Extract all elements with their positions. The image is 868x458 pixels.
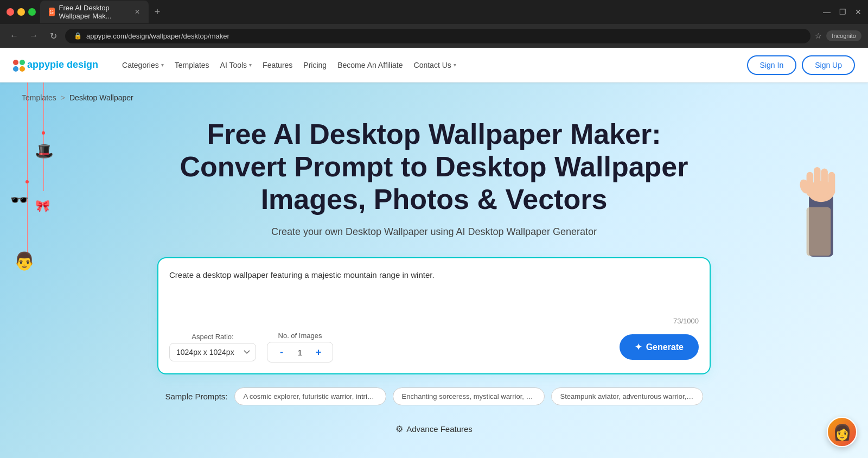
site-navbar: appypie design Categories ▾ Templates AI… xyxy=(0,48,868,82)
browser-tab-bar: G Free AI Desktop Wallpaper Mak... ✕ + xyxy=(40,1,819,23)
nav-features[interactable]: Features xyxy=(263,61,292,69)
advance-features-button[interactable]: ⚙ Advance Features xyxy=(395,424,473,434)
forward-button[interactable]: → xyxy=(26,28,41,43)
hand-illustration xyxy=(760,126,868,262)
address-actions: ☆ xyxy=(815,31,822,40)
images-counter: - 1 + xyxy=(267,342,333,362)
glasses-decoration: 🕶️ xyxy=(10,191,29,209)
aspect-ratio-select[interactable]: 1024px x 1024px 1920px x 1080px 2560px x… xyxy=(169,343,256,361)
hanging-decorations: 🕶️ 🎩 🎀 👨 xyxy=(0,82,71,354)
nav-categories[interactable]: Categories ▾ xyxy=(122,61,164,69)
nav-affiliate[interactable]: Become An Affiliate xyxy=(337,61,403,69)
address-bar[interactable]: 🔒 appypie.com/design/wallpaper/desktop/m… xyxy=(65,29,810,43)
images-label: No. of Images xyxy=(267,332,333,340)
logo-dot-red xyxy=(13,60,18,65)
breadcrumb-current: Desktop Wallpaper xyxy=(69,93,133,102)
aspect-ratio-group: Aspect Ratio: 1024px x 1024px 1920px x 1… xyxy=(169,333,256,361)
sample-prompt-1[interactable]: A cosmic explorer, futuristic warrior, i… xyxy=(234,387,386,405)
logo-icon xyxy=(13,60,24,71)
increase-images-button[interactable]: + xyxy=(312,346,325,359)
hero-subtitle: Create your own Desktop Wallpaper using … xyxy=(157,226,711,238)
svg-rect-7 xyxy=(807,207,831,256)
breadcrumb: Templates > Desktop Wallpaper xyxy=(0,82,868,102)
chat-avatar-button[interactable]: 👩 xyxy=(827,417,857,447)
nav-links: Categories ▾ Templates AI Tools ▾ Featur… xyxy=(122,61,734,69)
advance-features-label: Advance Features xyxy=(406,424,473,434)
window-action-controls: — ❐ ✕ xyxy=(823,8,861,16)
new-tab-button[interactable]: + xyxy=(151,5,164,18)
window-minimize-icon[interactable]: — xyxy=(823,8,831,16)
breadcrumb-templates[interactable]: Templates xyxy=(22,93,56,102)
signup-button[interactable]: Sign Up xyxy=(802,55,855,75)
red-bow-2 xyxy=(42,131,45,135)
sample-prompt-3[interactable]: Steampunk aviator, adventurous warrior, … xyxy=(551,387,703,405)
chevron-down-icon-2: ▾ xyxy=(249,62,252,68)
address-bar-row: ← → ↻ 🔒 appypie.com/design/wallpaper/des… xyxy=(0,24,868,48)
tab-favicon: G xyxy=(49,8,55,16)
breadcrumb-separator: > xyxy=(61,93,65,102)
images-count-value: 1 xyxy=(295,348,305,357)
nav-pricing[interactable]: Pricing xyxy=(303,61,327,69)
nav-ai-tools[interactable]: AI Tools ▾ xyxy=(220,61,252,69)
prompt-input[interactable]: Create a desktop wallpaper featuring a m… xyxy=(169,269,699,313)
window-maximize-button[interactable]: ❐ xyxy=(28,8,36,16)
sample-prompts-label: Sample Prompts: xyxy=(165,392,227,401)
incognito-badge: Incognito xyxy=(826,30,861,41)
decrease-images-button[interactable]: - xyxy=(275,346,288,359)
char-count: 73/1000 xyxy=(169,317,699,325)
images-count-group: No. of Images - 1 + xyxy=(267,332,333,362)
gear-icon: ⚙ xyxy=(395,424,403,434)
back-button[interactable]: ← xyxy=(7,28,22,43)
chevron-down-icon: ▾ xyxy=(161,62,164,68)
hanging-line-1 xyxy=(27,82,28,256)
refresh-button[interactable]: ↻ xyxy=(46,28,61,43)
chevron-down-icon-3: ▾ xyxy=(454,62,456,68)
sample-prompt-2[interactable]: Enchanting sorceress, mystical warrior, … xyxy=(393,387,545,405)
svg-rect-5 xyxy=(828,172,835,195)
signin-button[interactable]: Sign In xyxy=(747,55,797,75)
tab-close-button[interactable]: ✕ xyxy=(135,8,140,16)
nav-templates[interactable]: Templates xyxy=(175,61,209,69)
hero-content: Free AI Desktop Wallpaper Maker: Convert… xyxy=(136,102,732,458)
nav-contact[interactable]: Contact Us ▾ xyxy=(414,61,456,69)
red-bow-1 xyxy=(25,180,29,183)
nav-actions: Sign In Sign Up xyxy=(747,55,855,75)
generator-box: Create a desktop wallpaper featuring a m… xyxy=(157,257,711,374)
bowtie-decoration: 🎀 xyxy=(35,199,50,213)
logo-dot-blue xyxy=(13,66,18,72)
browser-window-controls: ✕ — ❐ xyxy=(7,8,36,16)
sample-prompts: Sample Prompts: A cosmic explorer, futur… xyxy=(157,387,711,405)
advance-features-section: ⚙ Advance Features xyxy=(157,418,711,440)
tab-title: Free AI Desktop Wallpaper Mak... xyxy=(59,4,128,20)
generate-sparkle-icon: ✦ xyxy=(635,342,642,352)
browser-chrome: ✕ — ❐ G Free AI Desktop Wallpaper Mak...… xyxy=(0,0,868,24)
mustache-decoration: 👨 xyxy=(14,251,35,271)
avatar-image: 👩 xyxy=(828,418,856,446)
svg-rect-4 xyxy=(821,169,828,195)
svg-rect-3 xyxy=(814,167,821,195)
window-close-button[interactable]: ✕ xyxy=(7,8,14,16)
generate-label: Generate xyxy=(646,342,684,352)
generator-controls: Aspect Ratio: 1024px x 1024px 1920px x 1… xyxy=(169,332,699,362)
hat-decoration: 🎩 xyxy=(35,142,54,160)
hand-svg xyxy=(760,126,868,262)
hero-title: Free AI Desktop Wallpaper Maker: Convert… xyxy=(157,118,711,215)
lock-icon: 🔒 xyxy=(74,32,82,40)
bookmark-icon[interactable]: ☆ xyxy=(815,31,822,40)
active-tab[interactable]: G Free AI Desktop Wallpaper Mak... ✕ xyxy=(40,1,149,23)
logo-text: appypie design xyxy=(27,59,98,71)
window-close-icon[interactable]: ✕ xyxy=(855,8,861,16)
window-maximize-icon[interactable]: ❐ xyxy=(839,8,846,16)
logo-dot-yellow xyxy=(20,66,25,72)
logo[interactable]: appypie design xyxy=(13,59,98,71)
generate-button[interactable]: ✦ Generate xyxy=(620,334,699,360)
url-text: appypie.com/design/wallpaper/desktop/mak… xyxy=(86,32,229,40)
hero-section: 🕶️ 🎩 🎀 👨 Tem xyxy=(0,82,868,458)
logo-dot-green xyxy=(20,60,25,65)
aspect-ratio-label: Aspect Ratio: xyxy=(169,333,256,341)
window-minimize-button[interactable]: — xyxy=(17,8,25,16)
